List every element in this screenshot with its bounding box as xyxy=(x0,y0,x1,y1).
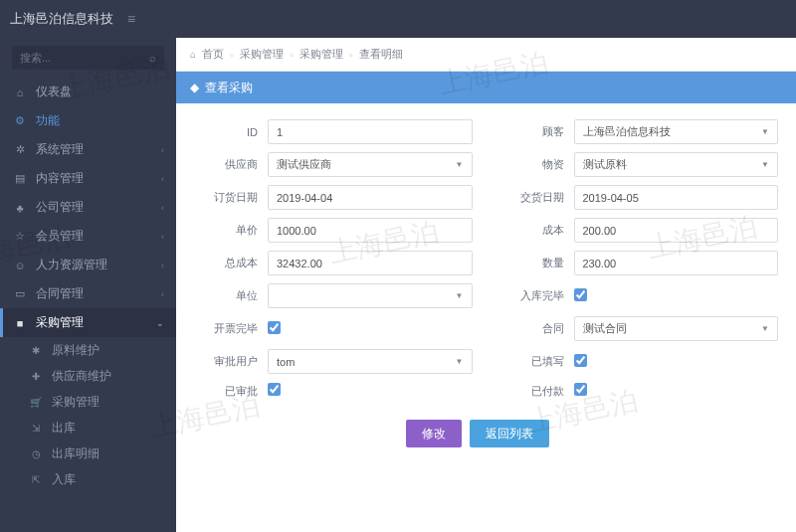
form-row: 单价1000.00 xyxy=(176,218,473,243)
checkbox-input[interactable] xyxy=(574,383,587,396)
chevron-down-icon: ▼ xyxy=(456,357,464,366)
search-input[interactable]: 搜索... ⌕ xyxy=(12,46,164,70)
sidebar-search: 搜索... ⌕ xyxy=(0,38,176,78)
back-button[interactable]: 返回列表 xyxy=(470,420,549,447)
chevron-down-icon: ▼ xyxy=(761,324,769,333)
menu-label: 内容管理 xyxy=(36,170,84,187)
panel-icon: ◆ xyxy=(190,81,199,94)
sidebar-item[interactable]: ✲系统管理‹ xyxy=(0,135,176,164)
field-label: 开票完毕 xyxy=(176,321,268,336)
menu-icon: ☺ xyxy=(12,260,28,271)
brand-title: 上海邑泊信息科技 xyxy=(10,10,113,28)
crumb-l2[interactable]: 采购管理 xyxy=(299,47,343,62)
modify-button[interactable]: 修改 xyxy=(406,420,462,447)
submenu-icon: ⇱ xyxy=(28,474,44,485)
search-placeholder: 搜索... xyxy=(20,51,51,66)
select-input[interactable]: 测试供应商▼ xyxy=(268,152,473,177)
sidebar-subitem[interactable]: ✚供应商维护 xyxy=(0,363,176,389)
form-row: 入库完毕 xyxy=(483,283,779,308)
main-content: ⌂ 首页 ◦ 采购管理 ◦ 采购管理 ◦ 查看明细 ◆ 查看采购 ID1顾客上海… xyxy=(176,38,796,532)
submenu-icon: 🛒 xyxy=(28,397,44,408)
form-row: 总成本32432.00 xyxy=(176,251,473,275)
sidebar-item[interactable]: ☆会员管理‹ xyxy=(0,222,176,251)
menu-icon: ■ xyxy=(12,317,28,329)
text-input[interactable]: 200.00 xyxy=(574,218,779,243)
field-label: 交货日期 xyxy=(483,190,574,205)
form-row: 合同测试合同▼ xyxy=(483,316,779,341)
panel-body: ID1顾客上海邑泊信息科技▼供应商测试供应商▼物资测试原料▼订货日期2019-0… xyxy=(176,103,796,532)
text-input[interactable]: 230.00 xyxy=(574,251,779,275)
field-label: 审批用户 xyxy=(176,354,268,369)
field-label: 顾客 xyxy=(483,124,574,139)
text-input[interactable]: 1 xyxy=(268,119,473,144)
sidebar-submenu: ✱原料维护✚供应商维护🛒采购管理⇲出库◷出库明细⇱入库 xyxy=(0,337,176,492)
form-row: 订货日期2019-04-04 xyxy=(176,185,473,210)
menu-icon: ⌂ xyxy=(12,87,28,98)
select-input[interactable]: tom▼ xyxy=(268,349,473,374)
crumb-home[interactable]: 首页 xyxy=(202,47,224,62)
form-row: 供应商测试供应商▼ xyxy=(176,152,473,177)
menu-label: 会员管理 xyxy=(36,228,84,245)
select-input[interactable]: 测试合同▼ xyxy=(574,316,779,341)
select-value: 测试供应商 xyxy=(277,157,331,172)
chevron-icon: ‹ xyxy=(161,203,164,213)
submenu-icon: ✚ xyxy=(28,371,44,382)
submenu-label: 出库明细 xyxy=(52,445,100,462)
submenu-label: 入库 xyxy=(52,471,76,488)
checkbox-input[interactable] xyxy=(268,321,281,334)
form-row: 已审批 xyxy=(176,382,473,400)
sidebar-item[interactable]: ♣公司管理‹ xyxy=(0,193,176,222)
sidebar-menu: ⌂仪表盘⚙功能✲系统管理‹▤内容管理‹♣公司管理‹☆会员管理‹☺人力资源管理‹▭… xyxy=(0,78,176,337)
field-label: 物资 xyxy=(483,157,574,172)
submenu-label: 原料维护 xyxy=(52,342,100,359)
menu-icon: ☆ xyxy=(12,230,28,243)
sidebar-item[interactable]: ☺人力资源管理‹ xyxy=(0,251,176,279)
text-input[interactable]: 2019-04-04 xyxy=(268,185,473,210)
chevron-down-icon: ▼ xyxy=(456,160,464,169)
form-row: 开票完毕 xyxy=(176,316,473,341)
field-label: 已审批 xyxy=(176,384,268,399)
form-row: 审批用户tom▼ xyxy=(176,349,473,374)
chevron-icon: ‹ xyxy=(161,289,164,299)
text-input[interactable]: 1000.00 xyxy=(268,218,473,243)
sidebar-subitem[interactable]: ◷出库明细 xyxy=(0,441,176,466)
submenu-icon: ⇲ xyxy=(28,423,44,434)
sidebar-subitem[interactable]: ⇲出库 xyxy=(0,415,176,441)
sidebar-item[interactable]: ⌂仪表盘 xyxy=(0,78,176,106)
form-row: 顾客上海邑泊信息科技▼ xyxy=(483,119,779,144)
sidebar: 搜索... ⌕ ⌂仪表盘⚙功能✲系统管理‹▤内容管理‹♣公司管理‹☆会员管理‹☺… xyxy=(0,38,176,532)
text-input[interactable]: 2019-04-05 xyxy=(574,185,779,210)
chevron-icon: ‹ xyxy=(161,261,164,270)
select-input[interactable]: 上海邑泊信息科技▼ xyxy=(574,119,779,144)
text-input[interactable]: 32432.00 xyxy=(268,251,473,275)
app-header: 上海邑泊信息科技 ≡ xyxy=(0,0,796,38)
submenu-icon: ◷ xyxy=(28,448,44,459)
checkbox-input[interactable] xyxy=(574,354,587,367)
field-label: 已填写 xyxy=(483,354,574,369)
crumb-sep: ◦ xyxy=(290,49,294,61)
select-input[interactable]: 测试原料▼ xyxy=(574,152,779,177)
chevron-down-icon: ▼ xyxy=(456,291,464,300)
crumb-l1[interactable]: 采购管理 xyxy=(240,47,284,62)
checkbox-input[interactable] xyxy=(268,383,281,396)
menu-label: 系统管理 xyxy=(36,141,84,158)
field-label: ID xyxy=(176,126,268,138)
sidebar-item[interactable]: ■采购管理⌄ xyxy=(0,308,176,337)
sidebar-subitem[interactable]: ⇱入库 xyxy=(0,466,176,492)
select-input[interactable]: ▼ xyxy=(268,283,473,308)
form-row: 已付款 xyxy=(483,382,779,400)
crumb-l3: 查看明细 xyxy=(359,47,403,62)
sidebar-item[interactable]: ▤内容管理‹ xyxy=(0,164,176,193)
chevron-icon: ‹ xyxy=(161,145,164,155)
sidebar-subitem[interactable]: 🛒采购管理 xyxy=(0,389,176,415)
menu-label: 公司管理 xyxy=(36,199,84,216)
form-row: 成本200.00 xyxy=(483,218,779,243)
sidebar-item[interactable]: ⚙功能 xyxy=(0,106,176,135)
checkbox-input[interactable] xyxy=(574,288,587,301)
sidebar-subitem[interactable]: ✱原料维护 xyxy=(0,337,176,363)
menu-toggle-icon[interactable]: ≡ xyxy=(127,11,135,27)
sidebar-item[interactable]: ▭合同管理‹ xyxy=(0,279,176,308)
field-label: 供应商 xyxy=(176,157,268,172)
field-label: 入库完毕 xyxy=(483,288,574,303)
search-icon: ⌕ xyxy=(149,52,156,64)
